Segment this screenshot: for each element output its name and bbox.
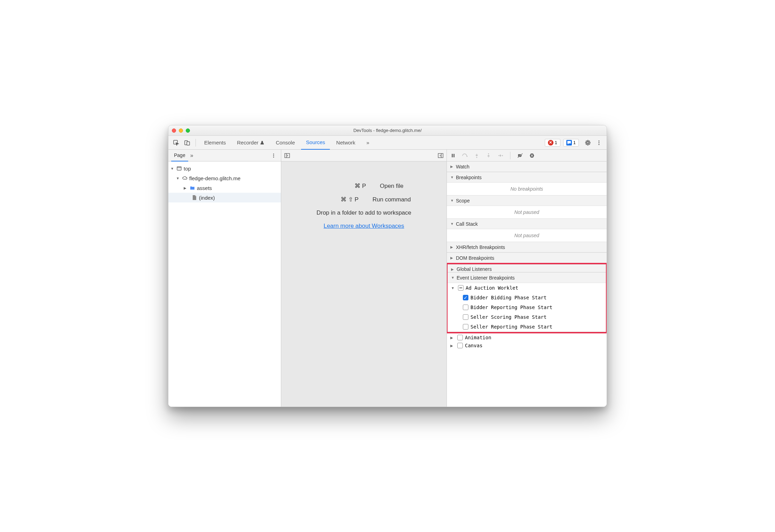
event-category-ad-auction[interactable]: ▼ Ad Auction Worklet: [448, 283, 606, 293]
step-icon[interactable]: [496, 151, 505, 160]
not-paused-text: Not paused: [450, 208, 603, 216]
more-options-kebab-icon[interactable]: [594, 138, 604, 148]
shortcut-open-file: ⌘ P Open file: [324, 182, 403, 190]
show-debugger-icon[interactable]: [438, 152, 444, 159]
debugger-pane: ▶Watch ▼Breakpoints No breakpoints ▼Scop…: [447, 150, 607, 407]
zoom-window-button[interactable]: [186, 128, 190, 133]
svg-rect-23: [531, 155, 532, 157]
show-navigator-icon[interactable]: [284, 152, 290, 159]
tree-label: fledge-demo.glitch.me: [189, 175, 241, 181]
chevron-right-icon: ▶: [450, 336, 455, 340]
step-over-icon[interactable]: [461, 151, 469, 160]
checkbox-unchecked[interactable]: [457, 335, 463, 340]
section-global-listeners[interactable]: ▶Global Listeners: [448, 265, 606, 272]
deactivate-breakpoints-icon[interactable]: [516, 151, 524, 160]
navigator-more-tabs[interactable]: »: [190, 152, 193, 159]
section-xhr-breakpoints[interactable]: ▶XHR/fetch Breakpoints: [447, 242, 607, 252]
section-event-listener-breakpoints[interactable]: ▼Event Listener Breakpoints: [448, 273, 606, 283]
message-badge[interactable]: 1: [563, 139, 579, 147]
section-scope[interactable]: ▼Scope: [447, 196, 607, 206]
navigator-kebab-icon[interactable]: [269, 153, 278, 158]
chevron-right-icon: ▶: [450, 344, 455, 348]
event-bidder-bidding[interactable]: ✓ Bidder Bidding Phase Start: [448, 293, 606, 302]
event-category-canvas[interactable]: ▶ Canvas: [447, 342, 607, 349]
editor-tabs: [281, 150, 447, 161]
device-toolbar-icon[interactable]: [182, 138, 192, 148]
tree-label: top: [184, 166, 191, 172]
svg-rect-11: [285, 153, 290, 158]
event-seller-reporting[interactable]: Seller Reporting Phase Start: [448, 322, 606, 332]
svg-rect-9: [177, 167, 181, 170]
devtools-window: DevTools - fledge-demo.glitch.me/ Elemen…: [168, 125, 607, 407]
step-out-icon[interactable]: [484, 151, 493, 160]
shortcut-keys: ⌘ P: [324, 182, 366, 190]
svg-rect-2: [187, 142, 190, 145]
svg-point-5: [599, 144, 600, 145]
event-seller-scoring[interactable]: Seller Scoring Phase Start: [448, 312, 606, 322]
event-category-animation[interactable]: ▶ Animation: [447, 333, 607, 342]
settings-gear-icon[interactable]: [583, 138, 593, 148]
error-badge[interactable]: ✕ 1: [545, 139, 560, 147]
checkbox-unchecked[interactable]: [463, 314, 468, 320]
checkbox-checked[interactable]: ✓: [463, 295, 468, 300]
section-breakpoints[interactable]: ▼Breakpoints: [447, 172, 607, 183]
event-bidder-reporting[interactable]: Bidder Reporting Phase Start: [448, 302, 606, 312]
section-call-stack[interactable]: ▼Call Stack: [447, 219, 607, 229]
svg-point-8: [273, 157, 274, 158]
tab-sources[interactable]: Sources: [301, 136, 330, 150]
svg-rect-24: [532, 155, 533, 157]
tree-node-domain[interactable]: ▼ fledge-demo.glitch.me: [168, 173, 281, 183]
checkbox-unchecked[interactable]: [463, 305, 468, 310]
chevron-right-icon: ▶: [184, 186, 188, 190]
toolbar-separator: [510, 152, 510, 159]
not-paused-text: Not paused: [450, 231, 603, 240]
minimize-window-button[interactable]: [179, 128, 183, 133]
tree-node-top[interactable]: ▼ top: [168, 164, 281, 173]
section-watch[interactable]: ▶Watch: [447, 161, 607, 172]
pause-exceptions-icon[interactable]: [528, 151, 536, 160]
debugger-toolbar: [447, 150, 607, 161]
main-toolbar: Elements Recorder Console Sources Networ…: [168, 136, 607, 150]
tab-console[interactable]: Console: [271, 136, 300, 150]
checkbox-unchecked[interactable]: [463, 324, 468, 330]
tab-network[interactable]: Network: [331, 136, 360, 150]
shortcut-label: Run command: [373, 196, 411, 203]
svg-point-3: [599, 140, 600, 141]
navigator-tab-page[interactable]: Page: [171, 150, 188, 161]
svg-point-20: [502, 155, 503, 156]
editor-pane: ⌘ P Open file ⌘ ⇧ P Run command Drop in …: [281, 150, 447, 407]
pause-icon[interactable]: [449, 151, 457, 160]
editor-empty-state: ⌘ P Open file ⌘ ⇧ P Run command Drop in …: [281, 161, 447, 407]
svg-point-17: [467, 156, 468, 157]
more-tabs-chevron[interactable]: »: [361, 136, 374, 150]
svg-rect-16: [453, 154, 455, 157]
chevron-down-icon: ▼: [450, 199, 455, 202]
message-icon: [566, 140, 572, 146]
chevron-down-icon: ▼: [176, 176, 180, 180]
checkbox-indeterminate[interactable]: [458, 285, 464, 291]
inspect-element-icon[interactable]: [171, 138, 181, 148]
checkbox-unchecked[interactable]: [457, 343, 463, 348]
tree-node-assets[interactable]: ▶ assets: [168, 183, 281, 193]
section-dom-breakpoints[interactable]: ▶DOM Breakpoints: [447, 253, 607, 263]
event-category-label: Animation: [465, 335, 491, 340]
close-window-button[interactable]: [172, 128, 176, 133]
event-category-label: Canvas: [465, 343, 483, 348]
chevron-down-icon: ▼: [170, 167, 175, 171]
tab-recorder[interactable]: Recorder: [232, 136, 270, 150]
highlighted-section: ▶Global Listeners ▼Event Listener Breakp…: [447, 263, 607, 333]
tab-elements[interactable]: Elements: [199, 136, 231, 150]
step-into-icon[interactable]: [473, 151, 481, 160]
tree-label: assets: [197, 185, 212, 191]
svg-point-18: [476, 157, 477, 158]
chevron-down-icon: ▼: [451, 276, 455, 280]
shortcut-label: Open file: [380, 183, 403, 190]
main-body: Page » ▼ top ▼: [168, 150, 607, 407]
window-frame-icon: [176, 165, 182, 172]
traffic-lights: [172, 128, 190, 133]
tree-node-index[interactable]: (index): [168, 193, 281, 202]
svg-point-6: [273, 153, 274, 155]
shortcut-keys: ⌘ ⇧ P: [317, 196, 359, 203]
workspaces-learn-more-link[interactable]: Learn more about Workspaces: [324, 223, 404, 230]
event-label: Seller Scoring Phase Start: [470, 314, 547, 320]
